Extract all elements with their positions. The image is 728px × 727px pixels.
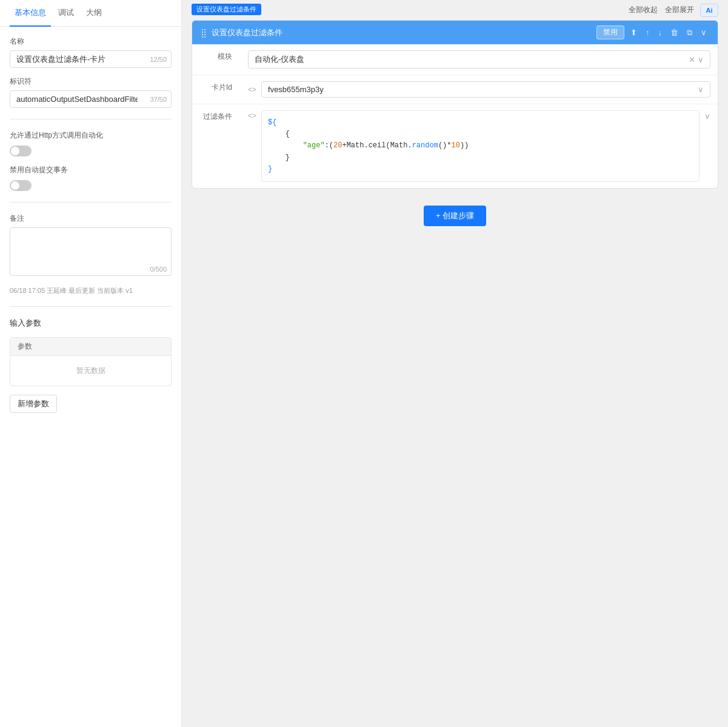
note-label: 备注 [10, 213, 172, 224]
divider-2 [10, 202, 172, 203]
ai-button[interactable]: Ai [700, 4, 718, 17]
auto-submit-toggle-group: 禁用自动提交事务 [10, 165, 172, 191]
delete-icon[interactable]: 🗑 [668, 27, 681, 38]
create-step-button[interactable]: + 创建步骤 [424, 206, 486, 226]
left-panel: 基本信息 调试 大纲 名称 12/50 标识符 37/50 允许通过Http方式… [0, 0, 182, 727]
breadcrumb-tooltip: 设置仪表盘过滤条件 [192, 4, 261, 15]
note-field-group: 备注 0/500 [10, 213, 172, 278]
module-value-area: 自动化-仪表盘 ✕ ∨ [241, 44, 718, 75]
auto-submit-toggle[interactable] [10, 180, 32, 191]
right-content: ⣿ 设置仪表盘过滤条件 禁用 ⬆ ↑ ↓ 🗑 ⧉ ∨ 模块 [182, 20, 728, 727]
drag-handle-icon[interactable]: ⣿ [201, 28, 207, 38]
right-panel: 设置仪表盘过滤条件 全部收起 全部展开 Ai ⣿ 设置仪表盘过滤条件 禁用 ⬆ … [182, 0, 728, 727]
meta-info: 06/18 17:05 王延峰 最后更新 当前版本 v1 [10, 286, 172, 295]
card-id-selected-value: fvesb655m3p3y [268, 85, 324, 94]
http-toggle[interactable] [10, 146, 32, 156]
tab-outline[interactable]: 大纲 [81, 0, 107, 27]
note-count: 0/500 [150, 266, 167, 273]
name-input[interactable] [10, 50, 172, 68]
id-label: 标识符 [10, 76, 172, 87]
right-header-area: 设置仪表盘过滤条件 全部收起 全部展开 Ai [182, 0, 728, 20]
module-label: 模块 [192, 44, 241, 69]
card-id-dropdown-icon[interactable]: ∨ [698, 85, 704, 94]
tab-debug[interactable]: 调试 [53, 0, 79, 27]
filter-content-row: <> ${ { "age":(20+Math.ceil(Math.random(… [248, 110, 710, 182]
auto-submit-label: 禁用自动提交事务 [10, 165, 172, 175]
right-toolbar: 设置仪表盘过滤条件 全部收起 全部展开 [192, 2, 718, 18]
params-header-label: 参数 [18, 341, 32, 352]
dropdown-icon[interactable]: ∨ [698, 55, 704, 64]
divider-1 [10, 119, 172, 119]
code-line-1: ${ [268, 117, 693, 129]
module-selected-value: 自动化-仪表盘 [255, 54, 304, 65]
step-card: ⣿ 设置仪表盘过滤条件 禁用 ⬆ ↑ ↓ 🗑 ⧉ ∨ 模块 [192, 20, 718, 189]
code-line-3: "age":(20+Math.ceil(Math.random()*10)) [268, 140, 693, 152]
collapse-all-button[interactable]: 全部收起 [629, 5, 658, 15]
add-param-wrapper: 新增参数 [10, 395, 172, 413]
code-toggle-icon[interactable]: <> [248, 85, 256, 94]
params-header: 参数 [10, 338, 171, 356]
card-id-select[interactable]: fvesb655m3p3y ∨ [261, 81, 710, 98]
card-id-value-area: <> fvesb655m3p3y ∨ [241, 75, 718, 104]
filter-value-area: <> ${ { "age":(20+Math.ceil(Math.random(… [241, 104, 718, 188]
clear-icon[interactable]: ✕ [689, 55, 695, 64]
create-step-area: + 创建步骤 [192, 196, 718, 236]
id-field-group: 标识符 37/50 [10, 76, 172, 108]
code-line-4: } [268, 152, 693, 164]
name-input-wrapper: 12/50 [10, 50, 172, 68]
step-body: 模块 自动化-仪表盘 ✕ ∨ 卡片Id [192, 44, 718, 188]
divider-3 [10, 306, 172, 307]
params-table: 参数 暂无数据 [10, 337, 172, 386]
disable-button[interactable]: 禁用 [596, 25, 624, 39]
card-id-row: 卡片Id <> fvesb655m3p3y ∨ [192, 75, 718, 104]
step-title: 设置仪表盘过滤条件 [212, 27, 592, 38]
filter-code-icon[interactable]: <> [248, 112, 256, 120]
module-icons: ✕ ∨ [689, 55, 704, 64]
add-param-button[interactable]: 新增参数 [10, 395, 57, 413]
tab-basic-info[interactable]: 基本信息 [10, 0, 51, 27]
empty-message: 暂无数据 [10, 356, 171, 386]
note-textarea[interactable] [10, 227, 172, 276]
note-textarea-wrapper: 0/500 [10, 227, 172, 278]
code-line-2: { [268, 129, 693, 140]
move-down-icon[interactable]: ↓ [656, 27, 665, 38]
id-input-wrapper: 37/50 [10, 90, 172, 108]
module-select[interactable]: 自动化-仪表盘 ✕ ∨ [248, 50, 710, 69]
id-input[interactable] [10, 90, 172, 108]
export-icon[interactable]: ⬆ [628, 27, 640, 38]
step-header: ⣿ 设置仪表盘过滤条件 禁用 ⬆ ↑ ↓ 🗑 ⧉ ∨ [192, 21, 718, 44]
panel-content: 名称 12/50 标识符 37/50 允许通过Http方式调用自动化 禁用自动提… [0, 27, 181, 423]
code-line-5: } [268, 164, 693, 175]
name-label: 名称 [10, 36, 172, 47]
card-id-label: 卡片Id [192, 75, 241, 100]
chevron-down-icon[interactable]: ∨ [698, 27, 709, 38]
id-count: 37/50 [150, 96, 167, 103]
input-params-title: 输入参数 [10, 318, 172, 329]
code-block[interactable]: ${ { "age":(20+Math.ceil(Math.random()*1… [261, 110, 700, 182]
name-field-group: 名称 12/50 [10, 36, 172, 68]
http-toggle-group: 允许通过Http方式调用自动化 [10, 130, 172, 156]
filter-label: 过滤条件 [192, 104, 241, 129]
copy-icon[interactable]: ⧉ [684, 27, 695, 39]
filter-row: 过滤条件 <> ${ { "age":(20+Math.ceil(Math.ra… [192, 104, 718, 188]
filter-chevron-icon[interactable]: ∨ [704, 112, 710, 121]
name-count: 12/50 [150, 56, 167, 63]
move-up-icon[interactable]: ↑ [643, 27, 652, 38]
module-row: 模块 自动化-仪表盘 ✕ ∨ [192, 44, 718, 75]
step-actions: 禁用 ⬆ ↑ ↓ 🗑 ⧉ ∨ [596, 25, 709, 39]
tabs: 基本信息 调试 大纲 [0, 0, 181, 27]
http-label: 允许通过Http方式调用自动化 [10, 130, 172, 141]
expand-all-button[interactable]: 全部展开 [665, 5, 694, 15]
